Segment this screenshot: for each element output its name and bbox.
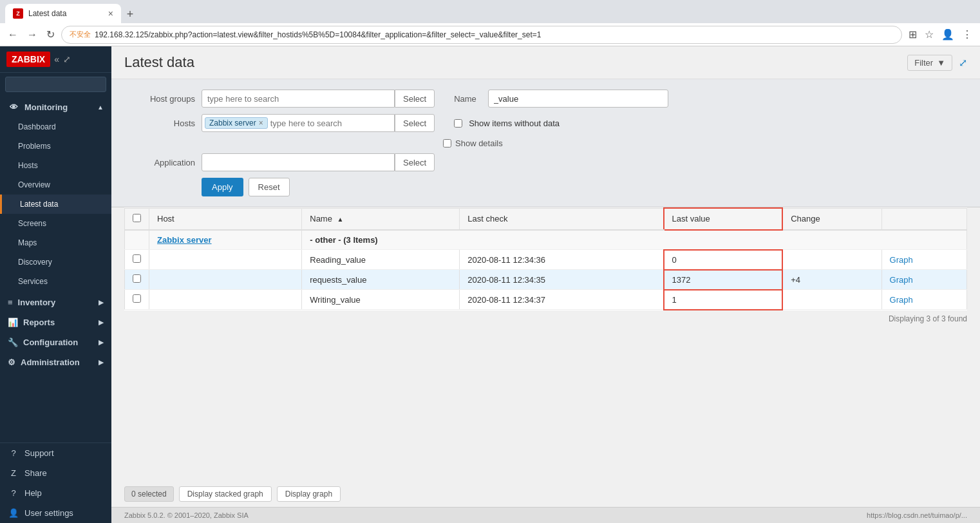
fullscreen-icon[interactable]: ⤢ [959, 57, 967, 69]
hosts-select-button[interactable]: Select [395, 114, 435, 132]
address-text: 192.168.32.125/zabbix.php?action=latest.… [95, 30, 541, 39]
row2-graph-link[interactable]: Graph [890, 275, 913, 285]
zabbix-logo[interactable]: ZABBIX [6, 52, 50, 67]
services-label: Services [18, 277, 48, 286]
hosts-label: Hosts [124, 119, 202, 128]
sidebar-item-hosts[interactable]: Hosts [0, 156, 111, 175]
host-groups-label: Host groups [124, 94, 202, 104]
share-label: Share [24, 468, 47, 478]
filter-button[interactable]: Filter ▼ [907, 55, 952, 71]
help-icon: ? [8, 488, 19, 498]
sidebar-item-monitoring[interactable]: 👁 Monitoring ▲ [0, 97, 111, 117]
row1-graph-link[interactable]: Graph [890, 255, 913, 265]
refresh-button[interactable]: ↻ [44, 26, 57, 43]
displaying-text: Displaying 3 of 3 found [124, 310, 967, 327]
row3-graph: Graph [881, 290, 966, 310]
extensions-icon[interactable]: ⊞ [906, 26, 919, 43]
sidebar-item-latest-data[interactable]: Latest data [0, 195, 111, 214]
application-input[interactable] [202, 153, 395, 171]
sidebar-item-support[interactable]: ? Support [0, 443, 111, 463]
help-label: Help [24, 488, 42, 498]
apply-button[interactable]: Apply [202, 178, 243, 196]
sidebar-logo-area: ZABBIX « ⤢ [0, 46, 111, 73]
share-icon: Z [8, 468, 19, 478]
hosts-label: Hosts [18, 161, 38, 170]
footer-link: https://blog.csdn.net/tuimao/p/... [867, 511, 967, 519]
sidebar-item-dashboard[interactable]: Dashboard [0, 117, 111, 137]
toolbar-icons: ⊞ ☆ 👤 ⋮ [906, 26, 975, 43]
hosts-tag-close[interactable]: × [259, 119, 263, 128]
show-details-checkbox[interactable] [443, 139, 451, 147]
row3-checkbox-input[interactable] [133, 294, 141, 303]
sidebar-item-discovery[interactable]: Discovery [0, 252, 111, 272]
sidebar-item-share[interactable]: Z Share [0, 463, 111, 483]
monitoring-icon: 👁 [8, 102, 19, 112]
reset-button[interactable]: Reset [249, 178, 290, 196]
sidebar-item-configuration[interactable]: 🔧 Configuration ▶ [0, 332, 111, 352]
row3-graph-link[interactable]: Graph [890, 295, 913, 305]
hosts-tag-input[interactable]: Zabbix server × [202, 114, 395, 132]
host-link[interactable]: Zabbix server [157, 235, 212, 245]
header-name[interactable]: Name ▲ [302, 208, 460, 230]
new-tab-button[interactable]: + [121, 5, 139, 23]
sidebar-item-user-settings[interactable]: 👤 User settings [0, 503, 111, 523]
filter-row-host-groups: Host groups Select Name [124, 90, 967, 108]
menu-icon[interactable]: ⋮ [959, 26, 975, 43]
row1-change [782, 250, 881, 270]
account-icon[interactable]: 👤 [939, 26, 957, 43]
header-row: Host Name ▲ Last check Last value [125, 208, 967, 230]
inventory-icon: ≡ [8, 298, 13, 307]
sidebar-footer: ? Support Z Share ? Help 👤 User settings [0, 442, 111, 523]
tab-close-btn[interactable]: × [108, 8, 113, 19]
row2-graph: Graph [881, 270, 966, 290]
hosts-search-input[interactable] [268, 117, 345, 129]
application-select-button[interactable]: Select [395, 153, 435, 171]
expand-icon[interactable]: ⤢ [63, 54, 71, 64]
discovery-label: Discovery [18, 258, 52, 267]
monitoring-chevron: ▲ [97, 104, 104, 111]
row1-checkbox-input[interactable] [133, 254, 141, 263]
administration-icon: ⚙ [8, 357, 15, 367]
sidebar-item-screens[interactable]: Screens [0, 214, 111, 233]
table-header: Host Name ▲ Last check Last value [125, 208, 967, 230]
back-button[interactable]: ← [5, 26, 21, 43]
sidebar-search-input[interactable] [5, 77, 106, 92]
sidebar-item-administration[interactable]: ⚙ Administration ▶ [0, 352, 111, 372]
row1-graph: Graph [881, 250, 966, 270]
sidebar-item-services[interactable]: Services [0, 272, 111, 291]
sidebar-item-problems[interactable]: Problems [0, 137, 111, 156]
name-input[interactable] [488, 90, 668, 108]
sidebar-item-reports[interactable]: 📊 Reports ▶ [0, 312, 111, 332]
forward-button[interactable]: → [24, 26, 40, 43]
collapse-icon[interactable]: « [54, 54, 59, 64]
row2-last-value: 1372 [664, 270, 783, 290]
application-label: Application [124, 158, 202, 167]
host-groups-input[interactable] [202, 90, 395, 108]
filter-actions: Apply Reset [202, 178, 967, 196]
display-graph-button[interactable]: Display graph [277, 486, 341, 502]
select-all-checkbox[interactable] [133, 214, 141, 222]
inventory-chevron: ▶ [99, 299, 104, 306]
active-tab[interactable]: Z Latest data × [5, 4, 121, 23]
address-bar[interactable]: 不安全 192.168.32.125/zabbix.php?action=lat… [61, 26, 902, 44]
sidebar-item-maps[interactable]: Maps [0, 233, 111, 252]
row1-last-check: 2020-08-11 12:34:36 [460, 250, 664, 270]
sidebar-item-help[interactable]: ? Help [0, 483, 111, 503]
show-without-checkbox[interactable] [454, 119, 462, 128]
row3-name: Writing_value [302, 290, 460, 310]
table-row: Writing_value 2020-08-11 12:34:37 1 Grap… [125, 290, 967, 310]
tab-title: Latest data [28, 9, 103, 18]
sidebar-item-inventory[interactable]: ≡ Inventory ▶ [0, 292, 111, 312]
browser-tabs: Z Latest data × + [0, 0, 980, 23]
configuration-chevron: ▶ [99, 339, 104, 346]
sidebar: ZABBIX « ⤢ 👁 Monitoring ▲ Dashboard Prob… [0, 46, 111, 523]
row2-checkbox-input[interactable] [133, 274, 141, 283]
row2-checkbox [125, 270, 149, 290]
app-footer: Zabbix 5.0.2. © 2001–2020, Zabbix SIA ht… [111, 507, 980, 523]
header-checkbox-col [125, 208, 149, 230]
display-stacked-graph-button[interactable]: Display stacked graph [179, 486, 272, 502]
main-content: Latest data Filter ▼ ⤢ Host groups Selec… [111, 46, 980, 523]
bookmark-icon[interactable]: ☆ [922, 26, 936, 43]
sidebar-item-overview[interactable]: Overview [0, 175, 111, 195]
host-groups-select-button[interactable]: Select [395, 90, 435, 108]
